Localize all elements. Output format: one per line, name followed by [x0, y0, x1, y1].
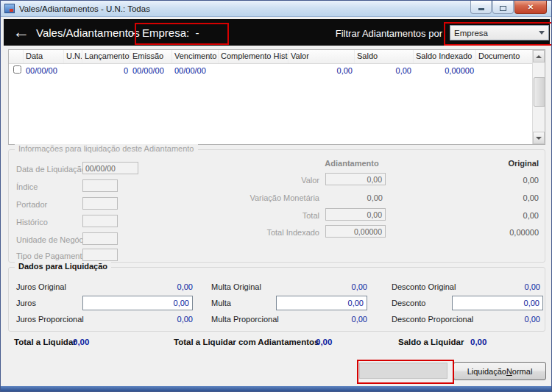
scroll-up-button[interactable] [533, 50, 545, 63]
cell-lancamento: 0 [82, 66, 130, 75]
juros-proporcional-value: 0,00 [119, 315, 193, 324]
scroll-down-button[interactable] [533, 132, 545, 144]
scroll-up-icon [536, 55, 542, 58]
col-checkbox [9, 50, 24, 63]
col-complemento-historico[interactable]: Complemento Histórico [219, 50, 289, 63]
col-un[interactable]: U.N. [64, 50, 82, 63]
col-lancamento[interactable]: Lançamento [82, 50, 130, 63]
totals-bar: Total a Liquidar 0,00 Total a Liquidar c… [8, 338, 545, 351]
multa-original-label: Multa Original [211, 282, 261, 291]
total-indexado-original: 0,00000 [465, 228, 539, 237]
minimize-button[interactable] [470, 1, 492, 14]
grid-row[interactable]: 00/00/00 0 00/00/00 00/00/00 0,00 0,00 0… [9, 64, 545, 76]
multa-proporcional-value: 0,00 [296, 315, 367, 324]
window-controls: ✕ [470, 1, 547, 14]
total-a-liquidar-label: Total a Liquidar [14, 338, 77, 346]
info-group-title: Informações para liquidação deste Adiant… [15, 144, 198, 153]
cell-data: 00/00/00 [24, 66, 64, 75]
header-empresa-value: Empresa: - [142, 26, 199, 39]
scrollbar-thumb[interactable] [534, 77, 545, 107]
saldo-a-liquidar-value: 0,00 [470, 338, 486, 346]
maximize-button[interactable] [492, 1, 514, 14]
col-vencimento[interactable]: Vencimento [172, 50, 219, 63]
header-separator: - [132, 26, 135, 39]
filter-label: Filtrar Adiantamentos por [336, 28, 442, 39]
field-portador [82, 197, 118, 210]
col-saldo-indexado[interactable]: Saldo Indexado [414, 50, 476, 63]
chevron-down-icon [539, 31, 545, 35]
vertical-scrollbar[interactable] [532, 50, 545, 144]
field-label-data-liquidacao: Data de Liquidação [16, 165, 86, 174]
field-label-indice: Índice [16, 182, 38, 191]
desconto-input[interactable] [452, 296, 543, 310]
multa-proporcional-label: Multa Proporcional [211, 315, 279, 324]
juros-original-label: Juros Original [16, 282, 66, 291]
app-icon [4, 4, 15, 13]
filter-combobox-value: Empresa [454, 29, 539, 38]
row-checkbox[interactable] [13, 65, 21, 74]
total-adiantamento: 0,00 [325, 208, 386, 221]
row-label-total-indexado: Total Indexado [200, 228, 319, 237]
button-label-suffix: ormal [512, 367, 533, 376]
field-label-unidade-negocio: Unidade de Negócio [16, 235, 90, 244]
col-data[interactable]: Data [24, 50, 64, 63]
footer-empty-panel [359, 363, 447, 379]
total-com-adiantamentos-value: 0,00 [316, 338, 332, 346]
titlebar[interactable]: Vales/Adiantamentos - U.N.: Todas ✕ [1, 1, 551, 17]
cell-vencimento: 00/00/00 [172, 66, 219, 75]
field-indice [82, 179, 118, 192]
grid-header: Data U.N. Lançamento Emissão Vencimento … [9, 50, 545, 64]
window-bottom-border [1, 386, 551, 391]
juros-original-value: 0,00 [119, 282, 193, 291]
field-label-historico: Histórico [16, 218, 48, 227]
field-unidade-negocio [82, 232, 118, 245]
close-button[interactable]: ✕ [514, 1, 547, 14]
total-indexado-adiantamento: 0,00000 [325, 225, 386, 238]
field-data-liquidacao: 00/00/00 [82, 162, 138, 174]
juros-proporcional-label: Juros Proporcional [16, 315, 84, 324]
field-label-tipo-pagamento: Tipo de Pagamento [16, 252, 87, 260]
row-checkbox-cell [9, 65, 24, 75]
col-documento[interactable]: Documento [476, 50, 534, 63]
button-label-accel: N [506, 367, 512, 376]
col-emissao[interactable]: Emissão [130, 50, 172, 63]
dados-liquidacao-group: Dados para Liquidação Juros Original 0,0… [8, 267, 545, 332]
variacao-original: 0,00 [465, 193, 539, 202]
variacao-adiantamento: 0,00 [325, 193, 383, 202]
multa-input[interactable] [276, 296, 367, 310]
cell-emissao: 00/00/00 [130, 66, 172, 75]
dados-group-title: Dados para Liquidação [15, 262, 111, 271]
header-bar: ← Vales/Adiantamentos - Empresa: - Filtr… [4, 19, 550, 46]
saldo-a-liquidar-label: Saldo a Liquidar [398, 338, 464, 346]
col-saldo[interactable]: Saldo [355, 50, 414, 63]
multa-label: Multa [211, 299, 231, 307]
back-arrow-icon[interactable]: ← [13, 21, 29, 43]
desconto-original-label: Desconto Original [392, 282, 456, 291]
minimize-icon [478, 8, 484, 10]
desconto-original-value: 0,00 [469, 282, 540, 291]
app-window: Vales/Adiantamentos - U.N.: Todas ✕ ← Va… [0, 0, 552, 392]
cell-saldo-indexado: 0,00000 [414, 66, 476, 75]
filter-combobox[interactable]: Empresa [450, 25, 549, 40]
button-label-prefix: Liquidação [467, 367, 506, 376]
field-tipo-pagamento [82, 249, 118, 261]
close-icon: ✕ [528, 1, 534, 13]
liquidacao-normal-button[interactable]: Liquidação Normal [453, 362, 546, 380]
total-a-liquidar-value: 0,00 [73, 338, 89, 346]
column-header-adiantamento: Adiantamento [315, 159, 389, 168]
multa-original-value: 0,00 [296, 282, 367, 291]
adiantamentos-grid: Data U.N. Lançamento Emissão Vencimento … [8, 49, 545, 145]
total-com-adiantamentos-label: Total a Liquidar com Adiantamentos [174, 338, 319, 346]
juros-input[interactable] [82, 296, 193, 310]
row-label-variacao-monetaria: Variação Monetária [200, 193, 319, 202]
cell-saldo: 0,00 [355, 66, 414, 75]
info-liquidacao-group: Informações para liquidação deste Adiant… [8, 149, 545, 263]
row-label-valor: Valor [200, 176, 319, 185]
header-title: Vales/Adiantamentos [36, 26, 140, 39]
row-label-total: Total [200, 211, 319, 220]
juros-label: Juros [16, 299, 36, 307]
total-original: 0,00 [465, 211, 539, 220]
column-header-original: Original [465, 159, 539, 168]
desconto-proporcional-value: 0,00 [469, 315, 540, 324]
col-valor[interactable]: Valor [289, 50, 355, 63]
